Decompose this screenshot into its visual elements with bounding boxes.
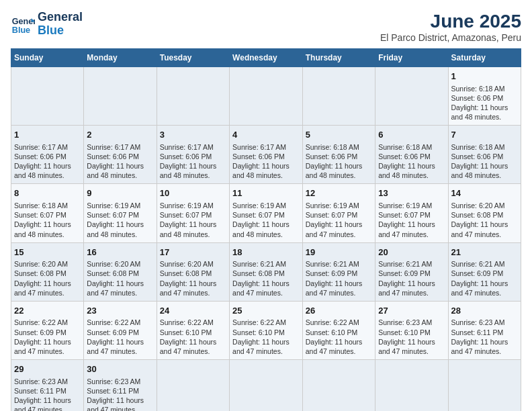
daylight-text: Daylight: 11 hours and 48 minutes. [451,103,519,122]
sunset-text: Sunset: 6:09 PM [306,269,372,278]
day-number: 9 [87,187,153,199]
calendar-week-6: 29Sunrise: 6:23 AMSunset: 6:11 PMDayligh… [11,360,521,411]
day-number: 2 [87,129,153,141]
day-number: 1 [451,71,519,83]
logo-icon: General Blue [11,12,35,36]
calendar-cell [230,360,303,411]
calendar-cell: 23Sunrise: 6:22 AMSunset: 6:09 PMDayligh… [84,301,157,359]
calendar-cell [157,67,229,126]
sunset-text: Sunset: 6:09 PM [87,328,153,337]
sunset-text: Sunset: 6:11 PM [451,328,519,337]
calendar-cell [11,67,84,126]
daylight-text: Daylight: 11 hours and 47 minutes. [451,279,519,298]
sunrise-text: Sunrise: 6:19 AM [306,201,372,210]
sunrise-text: Sunrise: 6:20 AM [160,259,226,269]
sunset-text: Sunset: 6:10 PM [378,328,445,337]
header-thursday: Thursday [302,49,375,67]
calendar-header: SundayMondayTuesdayWednesdayThursdayFrid… [11,49,521,67]
day-number: 13 [378,187,445,199]
sunrise-text: Sunrise: 6:20 AM [87,259,153,269]
sunset-text: Sunset: 6:07 PM [160,210,226,220]
calendar-cell: 15Sunrise: 6:20 AMSunset: 6:08 PMDayligh… [11,242,84,301]
calendar-cell: 14Sunrise: 6:20 AMSunset: 6:08 PMDayligh… [448,184,521,242]
daylight-text: Daylight: 11 hours and 48 minutes. [306,161,372,180]
calendar-week-2: 1Sunrise: 6:17 AMSunset: 6:06 PMDaylight… [11,126,521,184]
daylight-text: Daylight: 11 hours and 48 minutes. [232,220,300,238]
daylight-text: Daylight: 11 hours and 48 minutes. [160,161,226,180]
sunset-text: Sunset: 6:10 PM [306,328,372,337]
day-number: 21 [451,246,519,259]
calendar-cell: 7Sunrise: 6:18 AMSunset: 6:06 PMDaylight… [448,126,521,184]
day-number: 20 [378,246,445,259]
sunset-text: Sunset: 6:07 PM [232,210,300,220]
day-number: 30 [87,363,153,375]
sunset-text: Sunset: 6:06 PM [87,152,153,161]
calendar-subtitle: El Parco District, Amazonas, Peru [380,32,521,43]
sunrise-text: Sunrise: 6:19 AM [232,201,300,210]
calendar-cell: 1Sunrise: 6:17 AMSunset: 6:06 PMDaylight… [11,126,84,184]
sunrise-text: Sunrise: 6:22 AM [87,318,153,327]
sunrise-text: Sunrise: 6:17 AM [14,142,81,152]
daylight-text: Daylight: 11 hours and 47 minutes. [451,337,519,356]
sunset-text: Sunset: 6:07 PM [306,210,372,220]
day-number: 17 [160,246,226,259]
calendar-cell: 2Sunrise: 6:17 AMSunset: 6:06 PMDaylight… [84,126,157,184]
sunrise-text: Sunrise: 6:23 AM [451,318,519,327]
day-number: 8 [14,187,81,199]
daylight-text: Daylight: 11 hours and 47 minutes. [451,220,519,238]
calendar-cell: 17Sunrise: 6:20 AMSunset: 6:08 PMDayligh… [157,242,229,301]
day-number: 27 [378,305,445,317]
day-number: 5 [306,129,372,141]
calendar-cell: 30Sunrise: 6:23 AMSunset: 6:11 PMDayligh… [84,360,157,411]
daylight-text: Daylight: 11 hours and 47 minutes. [306,279,372,298]
header-wednesday: Wednesday [230,49,303,67]
calendar-cell [375,360,448,411]
sunrise-text: Sunrise: 6:22 AM [232,318,300,327]
sunset-text: Sunset: 6:08 PM [232,269,300,278]
day-number: 23 [87,305,153,317]
day-number: 15 [14,246,81,259]
sunrise-text: Sunrise: 6:18 AM [451,142,519,152]
page-header: General Blue General Blue June 2025 El P… [11,11,521,43]
calendar-cell: 5Sunrise: 6:18 AMSunset: 6:06 PMDaylight… [302,126,375,184]
sunset-text: Sunset: 6:11 PM [87,386,153,396]
daylight-text: Daylight: 11 hours and 47 minutes. [87,396,153,411]
day-number: 25 [232,305,300,317]
sunset-text: Sunset: 6:06 PM [451,93,519,103]
day-number: 4 [232,129,300,141]
day-number: 22 [14,305,81,317]
calendar-cell [375,67,448,126]
sunset-text: Sunset: 6:09 PM [451,269,519,278]
calendar-cell: 27Sunrise: 6:23 AMSunset: 6:10 PMDayligh… [375,301,448,359]
sunrise-text: Sunrise: 6:23 AM [87,377,153,386]
sunrise-text: Sunrise: 6:21 AM [232,259,300,269]
daylight-text: Daylight: 11 hours and 47 minutes. [306,220,372,238]
sunrise-text: Sunrise: 6:21 AM [451,259,519,269]
sunrise-text: Sunrise: 6:18 AM [378,142,445,152]
sunset-text: Sunset: 6:06 PM [232,152,300,161]
calendar-week-5: 22Sunrise: 6:22 AMSunset: 6:09 PMDayligh… [11,301,521,359]
sunrise-text: Sunrise: 6:17 AM [160,142,226,152]
sunset-text: Sunset: 6:06 PM [14,152,81,161]
svg-text:Blue: Blue [12,25,30,34]
daylight-text: Daylight: 11 hours and 47 minutes. [14,396,81,411]
daylight-text: Daylight: 11 hours and 47 minutes. [160,279,226,298]
calendar-cell: 24Sunrise: 6:22 AMSunset: 6:10 PMDayligh… [157,301,229,359]
daylight-text: Daylight: 11 hours and 48 minutes. [87,220,153,238]
sunset-text: Sunset: 6:06 PM [451,152,519,161]
header-monday: Monday [84,49,157,67]
calendar-cell [302,67,375,126]
calendar-cell: 3Sunrise: 6:17 AMSunset: 6:06 PMDaylight… [157,126,229,184]
daylight-text: Daylight: 11 hours and 48 minutes. [14,161,81,180]
daylight-text: Daylight: 11 hours and 48 minutes. [451,161,519,180]
day-number: 7 [451,129,519,141]
daylight-text: Daylight: 11 hours and 47 minutes. [232,337,300,356]
sunset-text: Sunset: 6:10 PM [232,328,300,337]
daylight-text: Daylight: 11 hours and 47 minutes. [378,279,445,298]
sunset-text: Sunset: 6:08 PM [160,269,226,278]
sunrise-text: Sunrise: 6:22 AM [14,318,81,327]
sunset-text: Sunset: 6:10 PM [160,328,226,337]
calendar-cell [302,360,375,411]
day-number: 3 [160,129,226,141]
daylight-text: Daylight: 11 hours and 47 minutes. [160,337,226,356]
